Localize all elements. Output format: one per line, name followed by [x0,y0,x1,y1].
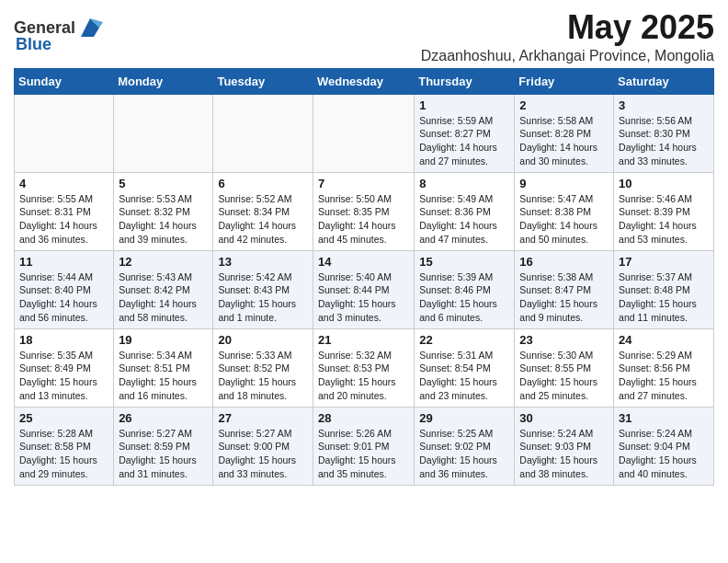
calendar-cell: 25Sunrise: 5:28 AM Sunset: 8:58 PM Dayli… [15,407,114,485]
calendar-cell: 27Sunrise: 5:27 AM Sunset: 9:00 PM Dayli… [213,407,313,485]
day-info: Sunrise: 5:39 AM Sunset: 8:46 PM Dayligh… [419,271,497,323]
day-number: 19 [119,333,208,347]
day-info: Sunrise: 5:38 AM Sunset: 8:47 PM Dayligh… [519,271,597,323]
week-row-2: 4Sunrise: 5:55 AM Sunset: 8:31 PM Daylig… [15,172,714,250]
day-number: 28 [318,411,409,425]
logo-icon [77,15,103,40]
day-number: 8 [419,177,509,190]
day-number: 7 [318,177,409,190]
calendar-cell [213,94,313,172]
calendar-cell: 18Sunrise: 5:35 AM Sunset: 8:49 PM Dayli… [15,328,114,407]
day-number: 14 [318,255,409,269]
column-header-saturday: Saturday [614,68,714,94]
day-info: Sunrise: 5:24 AM Sunset: 9:04 PM Dayligh… [619,428,697,479]
day-info: Sunrise: 5:43 AM Sunset: 8:42 PM Dayligh… [119,271,197,323]
calendar-cell: 30Sunrise: 5:24 AM Sunset: 9:03 PM Dayli… [515,407,614,485]
day-number: 1 [419,98,509,112]
month-title: May 2025 [421,9,714,46]
day-number: 5 [119,177,208,190]
day-number: 29 [419,411,509,425]
calendar-cell: 24Sunrise: 5:29 AM Sunset: 8:56 PM Dayli… [614,328,714,407]
column-header-tuesday: Tuesday [213,68,313,94]
column-header-sunday: Sunday [15,68,114,94]
calendar-cell: 23Sunrise: 5:30 AM Sunset: 8:55 PM Dayli… [515,328,614,407]
calendar-cell: 17Sunrise: 5:37 AM Sunset: 8:48 PM Dayli… [614,250,714,328]
location-title: Dzaanhoshuu, Arkhangai Province, Mongoli… [421,48,714,64]
calendar-cell: 26Sunrise: 5:27 AM Sunset: 8:59 PM Dayli… [114,407,213,485]
day-number: 9 [519,177,609,190]
calendar-cell: 13Sunrise: 5:42 AM Sunset: 8:43 PM Dayli… [213,250,313,328]
day-number: 10 [619,177,709,190]
calendar-cell: 10Sunrise: 5:46 AM Sunset: 8:39 PM Dayli… [614,172,714,250]
day-info: Sunrise: 5:44 AM Sunset: 8:40 PM Dayligh… [19,271,97,323]
column-header-friday: Friday [515,68,614,94]
calendar-header-row: SundayMondayTuesdayWednesdayThursdayFrid… [15,68,714,94]
day-info: Sunrise: 5:59 AM Sunset: 8:27 PM Dayligh… [419,115,497,167]
day-number: 4 [19,177,108,190]
day-info: Sunrise: 5:46 AM Sunset: 8:39 PM Dayligh… [619,193,697,245]
day-number: 25 [19,411,108,425]
calendar-cell: 21Sunrise: 5:32 AM Sunset: 8:53 PM Dayli… [313,328,414,407]
day-info: Sunrise: 5:58 AM Sunset: 8:28 PM Dayligh… [519,115,597,167]
calendar-cell: 6Sunrise: 5:52 AM Sunset: 8:34 PM Daylig… [213,172,313,250]
title-area: May 2025 Dzaanhoshuu, Arkhangai Province… [421,9,714,64]
day-number: 18 [19,333,108,347]
day-number: 30 [519,411,609,425]
day-number: 27 [218,411,308,425]
day-info: Sunrise: 5:30 AM Sunset: 8:55 PM Dayligh… [519,350,597,401]
page-header: General Blue May 2025 Dzaanhoshuu, Arkha… [14,9,714,64]
calendar-cell: 1Sunrise: 5:59 AM Sunset: 8:27 PM Daylig… [415,94,515,172]
day-info: Sunrise: 5:27 AM Sunset: 8:59 PM Dayligh… [119,428,197,479]
day-info: Sunrise: 5:33 AM Sunset: 8:52 PM Dayligh… [218,350,296,401]
day-number: 24 [619,333,709,347]
day-info: Sunrise: 5:29 AM Sunset: 8:56 PM Dayligh… [619,350,697,401]
calendar-cell: 7Sunrise: 5:50 AM Sunset: 8:35 PM Daylig… [313,172,414,250]
calendar-cell: 28Sunrise: 5:26 AM Sunset: 9:01 PM Dayli… [313,407,414,485]
week-row-4: 18Sunrise: 5:35 AM Sunset: 8:49 PM Dayli… [15,328,714,407]
calendar-cell [15,94,114,172]
day-info: Sunrise: 5:27 AM Sunset: 9:00 PM Dayligh… [218,428,296,479]
day-info: Sunrise: 5:32 AM Sunset: 8:53 PM Dayligh… [318,350,396,401]
day-number: 22 [419,333,509,347]
day-info: Sunrise: 5:49 AM Sunset: 8:36 PM Dayligh… [419,193,497,245]
day-number: 12 [119,255,208,269]
calendar-cell: 19Sunrise: 5:34 AM Sunset: 8:51 PM Dayli… [114,328,213,407]
calendar-cell: 2Sunrise: 5:58 AM Sunset: 8:28 PM Daylig… [515,94,614,172]
day-info: Sunrise: 5:40 AM Sunset: 8:44 PM Dayligh… [318,271,396,323]
calendar-cell: 4Sunrise: 5:55 AM Sunset: 8:31 PM Daylig… [15,172,114,250]
day-info: Sunrise: 5:52 AM Sunset: 8:34 PM Dayligh… [218,193,296,245]
day-info: Sunrise: 5:55 AM Sunset: 8:31 PM Dayligh… [19,193,97,245]
day-info: Sunrise: 5:25 AM Sunset: 9:02 PM Dayligh… [419,428,497,479]
day-number: 2 [519,98,609,112]
day-number: 15 [419,255,509,269]
week-row-5: 25Sunrise: 5:28 AM Sunset: 8:58 PM Dayli… [15,407,714,485]
calendar-cell: 14Sunrise: 5:40 AM Sunset: 8:44 PM Dayli… [313,250,414,328]
calendar-cell: 29Sunrise: 5:25 AM Sunset: 9:02 PM Dayli… [415,407,515,485]
day-number: 6 [218,177,308,190]
week-row-3: 11Sunrise: 5:44 AM Sunset: 8:40 PM Dayli… [15,250,714,328]
day-number: 11 [19,255,108,269]
week-row-1: 1Sunrise: 5:59 AM Sunset: 8:27 PM Daylig… [15,94,714,172]
day-info: Sunrise: 5:47 AM Sunset: 8:38 PM Dayligh… [519,193,597,245]
column-header-thursday: Thursday [415,68,515,94]
day-info: Sunrise: 5:28 AM Sunset: 8:58 PM Dayligh… [19,428,97,479]
day-number: 16 [519,255,609,269]
logo: General Blue [14,15,103,54]
calendar-cell: 20Sunrise: 5:33 AM Sunset: 8:52 PM Dayli… [213,328,313,407]
calendar-cell: 11Sunrise: 5:44 AM Sunset: 8:40 PM Dayli… [15,250,114,328]
day-number: 21 [318,333,409,347]
day-number: 23 [519,333,609,347]
calendar-cell: 8Sunrise: 5:49 AM Sunset: 8:36 PM Daylig… [415,172,515,250]
calendar-cell: 16Sunrise: 5:38 AM Sunset: 8:47 PM Dayli… [515,250,614,328]
day-info: Sunrise: 5:31 AM Sunset: 8:54 PM Dayligh… [419,350,497,401]
calendar-cell: 12Sunrise: 5:43 AM Sunset: 8:42 PM Dayli… [114,250,213,328]
day-info: Sunrise: 5:26 AM Sunset: 9:01 PM Dayligh… [318,428,396,479]
day-number: 20 [218,333,308,347]
calendar-cell [313,94,414,172]
day-number: 17 [619,255,709,269]
column-header-wednesday: Wednesday [313,68,414,94]
day-info: Sunrise: 5:56 AM Sunset: 8:30 PM Dayligh… [619,115,697,167]
column-header-monday: Monday [114,68,213,94]
day-number: 31 [619,411,709,425]
calendar-table: SundayMondayTuesdayWednesdayThursdayFrid… [14,68,714,486]
